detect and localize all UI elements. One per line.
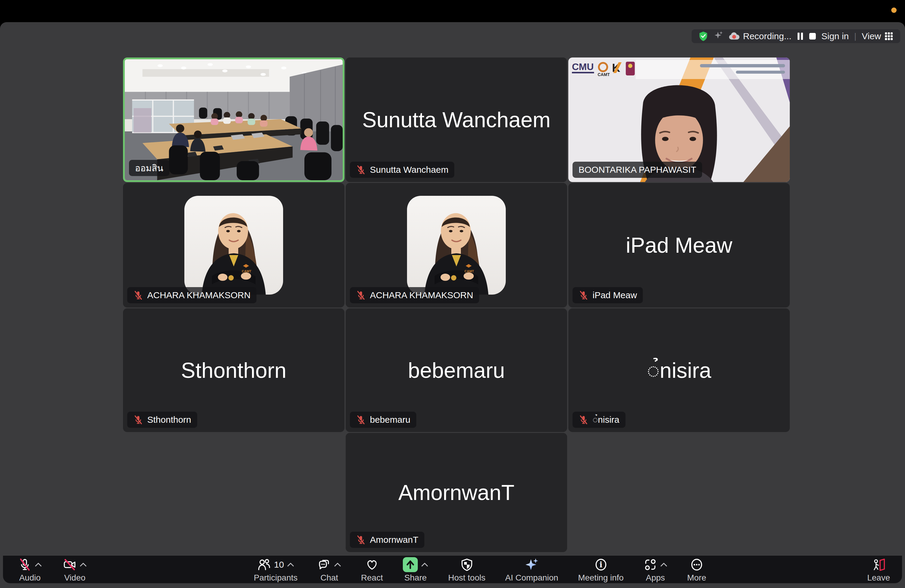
- video-tile-nisira[interactable]: ◌̉nisira ◌̉nisira: [568, 308, 790, 432]
- recording-status-text: Recording...: [743, 31, 792, 41]
- participant-name-label: BOONTARIKA PAPHAWASIT: [573, 162, 702, 178]
- participant-name-text: iPad Meaw: [592, 290, 637, 300]
- ai-companion-button[interactable]: AI Companion: [505, 557, 558, 582]
- chevron-up-icon[interactable]: [35, 562, 42, 567]
- leave-button[interactable]: Leave: [867, 557, 890, 582]
- mic-muted-icon: [578, 415, 589, 425]
- participant-name-label: ออมสิน: [129, 160, 169, 176]
- mic-muted-icon: [578, 290, 589, 300]
- camt-blazer-logo: CAMT: [464, 269, 474, 273]
- participants-icon: [257, 558, 271, 572]
- ai-sparkle-indicator-icon: [714, 30, 723, 42]
- security-shield-icon[interactable]: [698, 31, 708, 41]
- video-tile-amornwant[interactable]: AmornwanT AmornwanT: [346, 433, 567, 552]
- video-tile-bebemaru[interactable]: bebemaru bebemaru: [346, 308, 567, 432]
- pause-recording-button[interactable]: [797, 32, 803, 40]
- camt-blazer-logo: CAMT: [242, 269, 251, 273]
- participant-name-text: ออมสิน: [135, 161, 164, 175]
- video-button[interactable]: Video: [63, 557, 87, 582]
- participant-name-text: AmornwanT: [370, 535, 418, 545]
- share-button[interactable]: Share: [403, 557, 428, 582]
- participant-name-label: ◌̉nisira: [573, 412, 626, 428]
- mic-muted-icon: [356, 415, 366, 425]
- participant-name-label: iPad Meaw: [573, 287, 643, 303]
- mic-muted-icon: [356, 535, 366, 545]
- chevron-up-icon[interactable]: [421, 562, 428, 567]
- participant-name-label: Sunutta Wanchaem: [350, 162, 454, 178]
- participant-name-label: bebemaru: [350, 412, 416, 428]
- view-grid-icon: [884, 32, 894, 41]
- divider: |: [854, 32, 856, 41]
- chat-button[interactable]: Chat: [317, 557, 341, 582]
- ai-companion-icon: [525, 558, 539, 572]
- macos-menu-bar: [0, 0, 905, 22]
- cloud-recording-indicator: Recording...: [729, 31, 792, 41]
- participant-name-label: Sthonthorn: [127, 412, 197, 428]
- participant-name-text: BOONTARIKA PAPHAWASIT: [578, 165, 696, 175]
- chevron-up-icon[interactable]: [287, 562, 294, 567]
- participant-name-text: Sthonthorn: [147, 415, 191, 425]
- mic-muted-icon: [356, 165, 366, 175]
- participant-name-label: ACHARA KHAMAKSORN: [127, 287, 256, 303]
- participants-count: 10: [274, 559, 284, 570]
- zoom-meeting-window: Recording... Sign in | View: [0, 22, 905, 588]
- meeting-info-icon: i: [594, 558, 608, 572]
- video-tile-sunutta[interactable]: Sunutta Wanchaem Sunutta Wanchaem: [346, 57, 567, 182]
- participant-name-text: bebemaru: [370, 415, 410, 425]
- host-tools-shield-icon: [460, 558, 474, 572]
- apps-icon: [643, 558, 657, 572]
- camera-muted-icon: [63, 558, 76, 572]
- participant-name-text: ACHARA KHAMAKSORN: [147, 290, 251, 300]
- stop-recording-button[interactable]: [809, 33, 816, 40]
- recording-indicator-dot: [891, 8, 897, 13]
- video-tile-achara-2[interactable]: CAMT ACHARA KHAMAKSORN: [346, 183, 567, 307]
- participant-name-label: ACHARA KHAMAKSORN: [350, 287, 479, 303]
- mic-muted-icon: [133, 415, 143, 425]
- video-tile-sthonthorn[interactable]: Sthonthorn Sthonthorn: [123, 308, 345, 432]
- avatar-photo: CAMT: [184, 196, 283, 295]
- chevron-up-icon[interactable]: [660, 562, 667, 567]
- host-tools-button[interactable]: Host tools: [448, 557, 486, 582]
- participant-name-text: ◌̉nisira: [592, 415, 619, 425]
- participant-name-label: AmornwanT: [350, 532, 424, 548]
- cmu-logo: CMU: [572, 61, 594, 72]
- meeting-status-bar: Recording... Sign in | View: [692, 29, 900, 43]
- video-tile-boontarika[interactable]: CMU CAMT K BOONTARIKA PAPHAWASIT: [568, 57, 790, 182]
- svg-text:i: i: [599, 560, 602, 569]
- video-tile-achara-1[interactable]: CAMT ACHARA KHAMAKSORN: [123, 183, 345, 307]
- video-tile-ipad-meaw[interactable]: iPad Meaw iPad Meaw: [568, 183, 790, 307]
- mic-muted-icon: [18, 558, 32, 572]
- video-tile-aomsin[interactable]: ออมสิน: [123, 57, 345, 182]
- chat-icon: [317, 558, 331, 572]
- view-button[interactable]: View: [862, 31, 894, 41]
- cloud-recording-icon: [729, 32, 740, 40]
- avatar: CAMT: [184, 196, 283, 295]
- apps-button[interactable]: Apps: [643, 557, 667, 582]
- react-heart-icon: [365, 558, 379, 572]
- more-button[interactable]: More: [687, 557, 706, 582]
- chevron-up-icon[interactable]: [79, 562, 87, 567]
- participant-name-text: Sunutta Wanchaem: [370, 165, 448, 175]
- meeting-info-button[interactable]: i Meeting info: [578, 557, 624, 582]
- participant-name-text: ACHARA KHAMAKSORN: [370, 290, 473, 300]
- mic-muted-icon: [356, 290, 366, 300]
- mic-muted-icon: [133, 290, 143, 300]
- chevron-up-icon[interactable]: [334, 562, 341, 567]
- meeting-toolbar: Audio Video 10 Participants: [3, 556, 902, 583]
- participants-button[interactable]: 10 Participants: [254, 557, 297, 582]
- leave-icon: [872, 558, 886, 572]
- share-screen-icon: [403, 557, 418, 572]
- react-button[interactable]: React: [361, 557, 383, 582]
- sign-in-button[interactable]: Sign in: [821, 31, 849, 41]
- avatar-photo: CAMT: [407, 196, 506, 295]
- avatar: CAMT: [407, 196, 506, 295]
- audio-button[interactable]: Audio: [18, 557, 42, 582]
- more-ellipsis-icon: [690, 558, 703, 572]
- camt-logo: CAMT: [598, 72, 610, 77]
